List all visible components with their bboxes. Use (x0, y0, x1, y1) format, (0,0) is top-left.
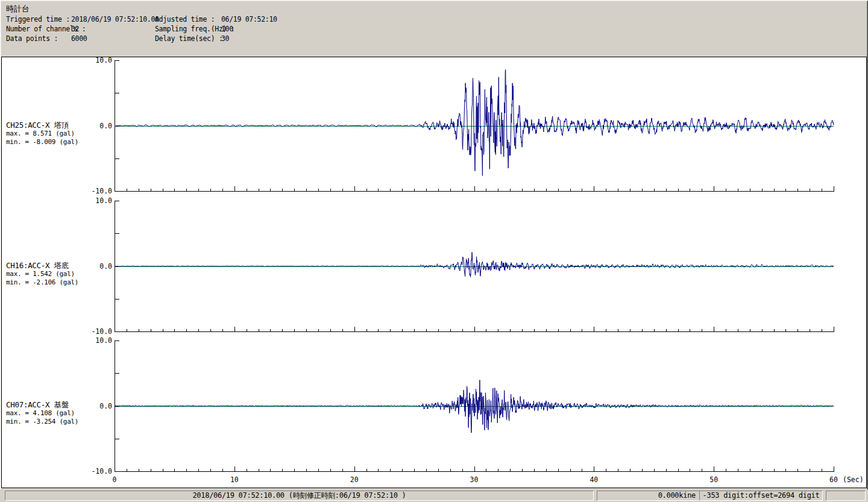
adjusted-time-value: 06/19 07:52:10 (221, 15, 277, 24)
app-title: 時計台 (6, 4, 30, 14)
delay-time-label: Delay time(sec) : (155, 34, 223, 43)
sampling-freq-value: 100 (221, 25, 233, 33)
channel-name: CH16:ACC-X 塔底 (6, 261, 78, 270)
channel-max: max. = 1.542 (gal) (6, 270, 78, 278)
data-points-label: Data points : (6, 34, 58, 43)
channel-count-value: 32 (71, 25, 79, 33)
channel-info-ch25: CH25:ACC-X 塔頂 max. = 8.571 (gal) min. = … (6, 121, 78, 146)
delay-time-value: 30 (221, 34, 229, 43)
waveform-plot-area (1, 57, 867, 488)
channel-name: CH07:ACC-X 基盤 (6, 400, 78, 409)
channel-info-ch16: CH16:ACC-X 塔底 max. = 1.542 (gal) min. = … (6, 261, 78, 286)
channel-max: max. = 4.108 (gal) (6, 409, 78, 418)
channel-min: min. = -8.009 (gal) (6, 138, 78, 146)
channel-max: max. = 8.571 (gal) (6, 130, 78, 138)
status-timestamp: 2018/06/19 07:52:10.00 (時刻修正時刻:06/19 07:… (5, 491, 594, 501)
seismograph-app-window: 時計台 Triggered time : 2018/06/19 07:52:10… (0, 0, 868, 502)
triggered-time-label: Triggered time : (6, 15, 70, 24)
channel-min: min. = -2.106 (gal) (6, 278, 78, 287)
channel-name: CH25:ACC-X 塔頂 (6, 121, 78, 130)
channel-min: min. = -3.254 (gal) (6, 418, 78, 426)
status-digit-offset: -353 digit:offset=2694 digit (699, 491, 823, 501)
data-points-value: 6000 (71, 34, 87, 43)
triggered-time-value: 2018/06/19 07:52:10.00 (71, 15, 159, 24)
channel-info-ch07: CH07:ACC-X 基盤 max. = 4.108 (gal) min. = … (6, 400, 78, 425)
status-extra-panel (826, 491, 866, 501)
status-bar: 2018/06/19 07:52:10.00 (時刻修正時刻:06/19 07:… (0, 489, 868, 502)
status-kine-value: 0.000kine (597, 491, 700, 501)
adjusted-time-label: Adjusted time : (155, 15, 215, 24)
